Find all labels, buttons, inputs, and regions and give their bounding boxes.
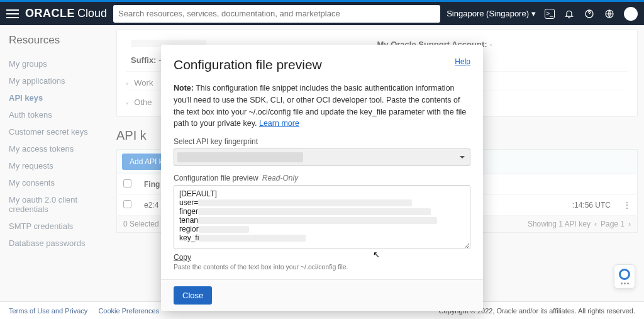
region-label: Singapore (Singapore) <box>447 9 529 18</box>
close-button[interactable]: Close <box>174 286 212 305</box>
note-paragraph: Note: This configuration file snippet in… <box>174 82 470 130</box>
search-input[interactable]: Search resources, services, documentatio… <box>113 5 440 23</box>
note-text: This configuration file snippet includes… <box>174 84 466 128</box>
lifebuoy-icon <box>619 269 630 280</box>
cloud-shell-icon[interactable]: >_ <box>545 9 555 19</box>
help-link[interactable]: Help <box>455 57 470 66</box>
cursor-icon: ↖ <box>373 250 380 259</box>
brand-logo: ORACLE Cloud <box>25 7 107 20</box>
region-selector[interactable]: Singapore (Singapore) ▾ <box>447 9 536 18</box>
menu-icon[interactable] <box>6 9 19 18</box>
help-icon[interactable] <box>584 8 595 20</box>
top-nav: ORACLE Cloud Search resources, services,… <box>0 0 644 25</box>
copy-link[interactable]: Copy <box>174 253 191 262</box>
topnav-right: Singapore (Singapore) ▾ >_ <box>447 7 638 21</box>
bell-icon[interactable] <box>564 8 575 20</box>
modal-title: Configuration file preview <box>174 57 322 72</box>
redacted-fingerprint <box>177 152 303 162</box>
more-dots-icon <box>621 283 629 284</box>
search-placeholder: Search resources, services, documentatio… <box>118 9 340 18</box>
chevron-down-icon: ▾ <box>531 9 536 18</box>
support-widget[interactable] <box>614 264 635 289</box>
note-label: Note: <box>174 84 194 92</box>
config-textarea[interactable]: [DEFAULT] user= finger tenan regior key_… <box>174 185 470 249</box>
globe-icon[interactable] <box>604 8 615 20</box>
read-only-badge: Read-Only <box>262 174 298 182</box>
fingerprint-select-label: Select API key fingerprint <box>174 137 470 146</box>
paste-hint: Paste the contents of the text box into … <box>174 263 470 271</box>
avatar[interactable] <box>624 7 638 21</box>
cookie-prefs-link[interactable]: Cookie Preferences <box>98 307 159 315</box>
preview-label: Configuration file previewRead-Only <box>174 174 470 182</box>
terms-link[interactable]: Terms of Use and Privacy <box>9 307 87 315</box>
learn-more-link[interactable]: Learn more <box>259 119 299 128</box>
config-preview-modal: Configuration file preview Help Note: Th… <box>161 45 483 311</box>
fingerprint-select[interactable] <box>174 148 470 166</box>
brand-secondary: Cloud <box>77 7 107 20</box>
brand-primary: ORACLE <box>25 7 75 20</box>
